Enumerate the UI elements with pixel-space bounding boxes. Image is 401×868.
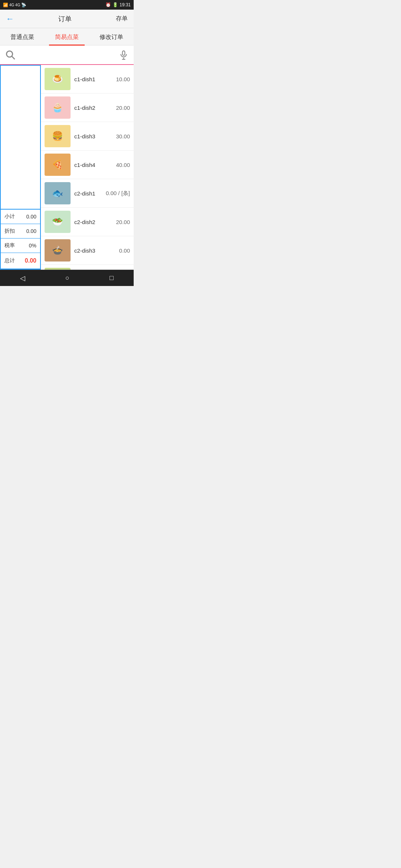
dish-price: 0.00 / [条] xyxy=(106,190,130,197)
tax-row: 税率 0% xyxy=(1,239,40,253)
discount-label: 折扣 xyxy=(4,228,15,234)
subtotal-label: 小计 xyxy=(4,213,15,220)
svg-line-1 xyxy=(12,56,15,59)
dish-image: 🍲 xyxy=(45,239,71,262)
subtotal-value: 0.00 xyxy=(26,214,36,220)
dish-name: c2-dish3 xyxy=(74,247,106,254)
save-button[interactable]: 存单 xyxy=(116,15,128,23)
dish-price: 0.00 xyxy=(110,247,130,254)
dish-image: 🥗 xyxy=(45,211,71,233)
dish-price: 40.00 xyxy=(110,162,130,168)
dish-price: 20.00 xyxy=(110,105,130,111)
signal-text: 4G 4G xyxy=(9,3,20,7)
dish-item[interactable]: 🐟c2-dish10.00 / [条] xyxy=(41,179,134,208)
dish-item[interactable]: 🥬c2-dish330.00 xyxy=(41,265,134,270)
header-title: 订单 xyxy=(58,14,72,23)
tab-bar: 普通点菜 简易点菜 修改订单 xyxy=(0,28,134,46)
dish-item[interactable]: 🥗c2-dish220.00 xyxy=(41,208,134,236)
dish-image: 🐟 xyxy=(45,182,71,204)
main-content: 小计 0.00 折扣 0.00 税率 0% 总计 0.00 🍮c1-dish11… xyxy=(0,65,134,270)
summary-section: 小计 0.00 折扣 0.00 税率 0% 总计 0.00 xyxy=(1,209,40,269)
search-area[interactable] xyxy=(5,50,119,60)
dish-item[interactable]: 🧁c1-dish220.00 xyxy=(41,93,134,122)
total-row: 总计 0.00 xyxy=(1,253,40,269)
discount-value: 0.00 xyxy=(26,228,36,234)
status-right: ⏰ 🔋 19:31 xyxy=(105,2,131,7)
discount-row: 折扣 0.00 xyxy=(1,224,40,239)
dish-list: 🍮c1-dish110.00🧁c1-dish220.00🍔c1-dish330.… xyxy=(41,65,134,270)
svg-point-0 xyxy=(7,51,13,57)
back-button[interactable]: ← xyxy=(6,14,14,24)
search-input[interactable] xyxy=(18,52,119,58)
dish-name: c1-dish2 xyxy=(74,105,106,111)
dish-name: c2-dish2 xyxy=(74,219,106,225)
battery-icon: 🔋 xyxy=(113,2,118,7)
nav-recent-button[interactable]: □ xyxy=(102,271,121,285)
dish-image: 🍔 xyxy=(45,125,71,147)
clock: 19:31 xyxy=(120,2,131,7)
total-label: 总计 xyxy=(4,257,15,264)
status-left: 📶 4G 4G 📡 xyxy=(3,3,26,7)
alarm-icon: ⏰ xyxy=(105,2,111,7)
nav-back-button[interactable]: ◁ xyxy=(13,271,33,285)
dish-name: c1-dish3 xyxy=(74,133,106,139)
dish-image: 🍕 xyxy=(45,154,71,176)
svg-rect-2 xyxy=(123,51,125,55)
total-value: 0.00 xyxy=(25,257,36,264)
tab-modify[interactable]: 修改订单 xyxy=(89,28,134,45)
cart-area xyxy=(1,66,40,209)
dish-image: 🍮 xyxy=(45,68,71,90)
microphone-icon[interactable] xyxy=(119,49,128,60)
dish-image: 🧁 xyxy=(45,96,71,119)
wifi-icon: 📡 xyxy=(21,3,26,7)
subtotal-row: 小计 0.00 xyxy=(1,210,40,224)
dish-price: 20.00 xyxy=(110,219,130,225)
signal-icon: 📶 xyxy=(3,3,8,7)
dish-price: 10.00 xyxy=(110,76,130,82)
nav-home-button[interactable]: ○ xyxy=(58,271,77,285)
search-bar xyxy=(0,46,134,65)
dish-item[interactable]: 🍕c1-dish440.00 xyxy=(41,151,134,179)
tab-normal[interactable]: 普通点菜 xyxy=(0,28,45,45)
header: ← 订单 存单 xyxy=(0,10,134,28)
dish-image: 🥬 xyxy=(45,268,71,270)
dish-item[interactable]: 🍲c2-dish30.00 xyxy=(41,236,134,265)
left-panel: 小计 0.00 折扣 0.00 税率 0% 总计 0.00 xyxy=(0,65,41,270)
nav-bar: ◁ ○ □ xyxy=(0,270,134,286)
dish-name: c1-dish1 xyxy=(74,76,106,82)
status-bar: 📶 4G 4G 📡 ⏰ 🔋 19:31 xyxy=(0,0,134,10)
dish-item[interactable]: 🍔c1-dish330.00 xyxy=(41,122,134,151)
dish-name: c2-dish1 xyxy=(74,190,102,197)
dish-price: 30.00 xyxy=(110,133,130,139)
dish-item[interactable]: 🍮c1-dish110.00 xyxy=(41,65,134,93)
dish-name: c1-dish4 xyxy=(74,162,106,168)
search-icon xyxy=(5,50,16,60)
tab-simple[interactable]: 简易点菜 xyxy=(45,28,89,45)
tax-label: 税率 xyxy=(4,242,15,249)
tax-value: 0% xyxy=(29,243,36,249)
